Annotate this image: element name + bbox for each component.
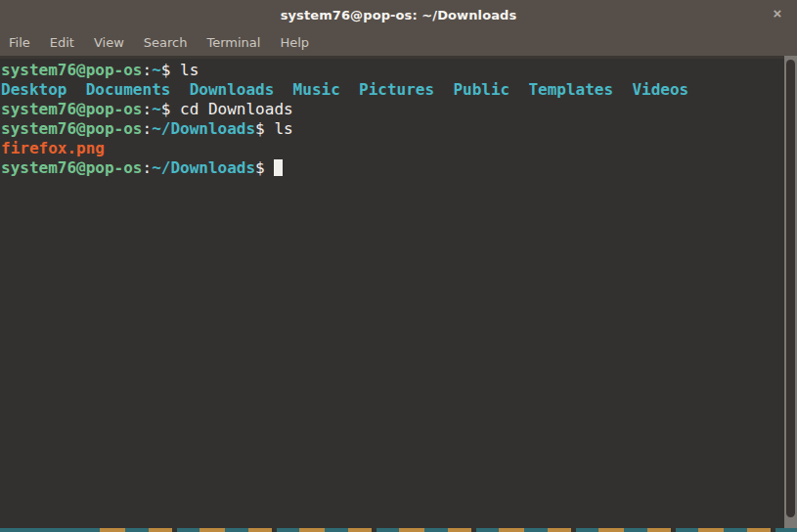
prompt-dollar: $: [161, 100, 180, 118]
menu-edit[interactable]: Edit: [49, 32, 75, 53]
prompt-user-host: system76@pop-os: [1, 158, 143, 177]
prompt-path: ~/Downloads: [152, 119, 255, 138]
prompt-colon: :: [143, 119, 153, 138]
terminal-screen[interactable]: system76@pop-os:~$ ls Desktop Documents …: [0, 59, 797, 528]
menu-view[interactable]: View: [93, 32, 125, 53]
scrollbar-thumb[interactable]: [786, 60, 795, 517]
prompt-path: ~: [152, 61, 161, 79]
menubar: File Edit View Search Terminal Help: [0, 29, 797, 56]
prompt-line-ls-downloads: system76@pop-os:~/Downloads$ ls: [1, 119, 783, 139]
command-text: ls: [274, 119, 292, 138]
titlebar[interactable]: system76@pop-os: ~/Downloads ×: [0, 0, 797, 29]
background-window-strip: [0, 528, 797, 532]
prompt-path: ~: [152, 100, 161, 118]
prompt-line-current: system76@pop-os:~/Downloads$: [1, 158, 783, 178]
window-title: system76@pop-os: ~/Downloads: [281, 8, 517, 22]
prompt-user-host: system76@pop-os: [1, 119, 143, 138]
prompt-line-cd: system76@pop-os:~$ cd Downloads: [1, 100, 783, 119]
menu-terminal[interactable]: Terminal: [205, 32, 261, 53]
prompt-user-host: system76@pop-os: [1, 61, 143, 79]
menu-file[interactable]: File: [8, 32, 31, 53]
close-icon: ×: [774, 5, 782, 22]
ls-output-file: firefox.png: [1, 139, 783, 158]
prompt-dollar: $: [255, 119, 274, 138]
prompt-dollar: $: [255, 158, 274, 177]
ls-output-directories: Desktop Documents Downloads Music Pictur…: [1, 80, 783, 100]
command-text: cd Downloads: [180, 100, 293, 118]
terminal-cursor: [274, 159, 283, 176]
prompt-colon: :: [143, 158, 153, 177]
prompt-dollar: $: [161, 61, 180, 79]
menu-help[interactable]: Help: [279, 32, 310, 53]
prompt-path: ~/Downloads: [152, 158, 255, 177]
prompt-line-ls-home: system76@pop-os:~$ ls: [1, 61, 783, 80]
terminal-window: system76@pop-os: ~/Downloads × File Edit…: [0, 0, 797, 532]
command-text: ls: [180, 61, 199, 79]
close-button[interactable]: ×: [766, 2, 789, 25]
prompt-user-host: system76@pop-os: [1, 100, 143, 118]
prompt-colon: :: [143, 61, 153, 79]
prompt-colon: :: [143, 100, 153, 118]
scrollbar[interactable]: [784, 56, 797, 528]
menu-search[interactable]: Search: [143, 32, 189, 53]
